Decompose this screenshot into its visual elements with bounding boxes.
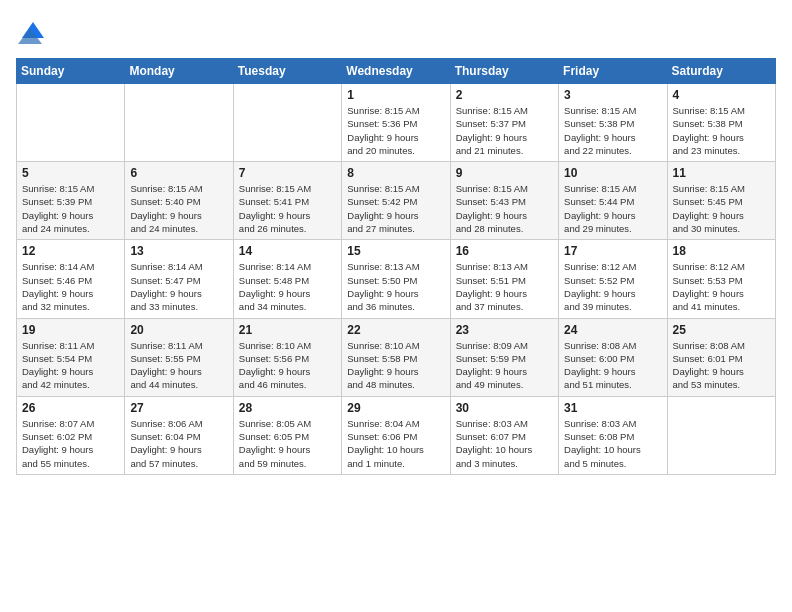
day-info: Sunrise: 8:11 AM Sunset: 5:54 PM Dayligh… (22, 339, 119, 392)
calendar-cell: 20Sunrise: 8:11 AM Sunset: 5:55 PM Dayli… (125, 318, 233, 396)
day-number: 16 (456, 244, 553, 258)
calendar-cell (233, 84, 341, 162)
day-info: Sunrise: 8:10 AM Sunset: 5:56 PM Dayligh… (239, 339, 336, 392)
calendar-cell: 13Sunrise: 8:14 AM Sunset: 5:47 PM Dayli… (125, 240, 233, 318)
day-number: 15 (347, 244, 444, 258)
day-info: Sunrise: 8:08 AM Sunset: 6:00 PM Dayligh… (564, 339, 661, 392)
calendar-cell: 22Sunrise: 8:10 AM Sunset: 5:58 PM Dayli… (342, 318, 450, 396)
calendar-cell: 7Sunrise: 8:15 AM Sunset: 5:41 PM Daylig… (233, 162, 341, 240)
weekday-header-wednesday: Wednesday (342, 59, 450, 84)
day-number: 30 (456, 401, 553, 415)
day-info: Sunrise: 8:13 AM Sunset: 5:50 PM Dayligh… (347, 260, 444, 313)
day-info: Sunrise: 8:15 AM Sunset: 5:44 PM Dayligh… (564, 182, 661, 235)
day-info: Sunrise: 8:15 AM Sunset: 5:40 PM Dayligh… (130, 182, 227, 235)
calendar-cell: 21Sunrise: 8:10 AM Sunset: 5:56 PM Dayli… (233, 318, 341, 396)
weekday-header-tuesday: Tuesday (233, 59, 341, 84)
day-number: 7 (239, 166, 336, 180)
day-number: 13 (130, 244, 227, 258)
week-row-4: 26Sunrise: 8:07 AM Sunset: 6:02 PM Dayli… (17, 396, 776, 474)
day-number: 8 (347, 166, 444, 180)
day-info: Sunrise: 8:15 AM Sunset: 5:36 PM Dayligh… (347, 104, 444, 157)
calendar-cell (17, 84, 125, 162)
day-info: Sunrise: 8:15 AM Sunset: 5:45 PM Dayligh… (673, 182, 770, 235)
day-number: 6 (130, 166, 227, 180)
day-info: Sunrise: 8:12 AM Sunset: 5:53 PM Dayligh… (673, 260, 770, 313)
day-number: 19 (22, 323, 119, 337)
day-info: Sunrise: 8:15 AM Sunset: 5:43 PM Dayligh… (456, 182, 553, 235)
day-info: Sunrise: 8:03 AM Sunset: 6:08 PM Dayligh… (564, 417, 661, 470)
page: SundayMondayTuesdayWednesdayThursdayFrid… (0, 0, 792, 612)
calendar-cell: 4Sunrise: 8:15 AM Sunset: 5:38 PM Daylig… (667, 84, 775, 162)
calendar-cell: 17Sunrise: 8:12 AM Sunset: 5:52 PM Dayli… (559, 240, 667, 318)
day-info: Sunrise: 8:09 AM Sunset: 5:59 PM Dayligh… (456, 339, 553, 392)
calendar-cell (667, 396, 775, 474)
day-number: 23 (456, 323, 553, 337)
calendar-cell: 30Sunrise: 8:03 AM Sunset: 6:07 PM Dayli… (450, 396, 558, 474)
calendar-cell: 24Sunrise: 8:08 AM Sunset: 6:00 PM Dayli… (559, 318, 667, 396)
weekday-header-thursday: Thursday (450, 59, 558, 84)
day-number: 21 (239, 323, 336, 337)
day-info: Sunrise: 8:14 AM Sunset: 5:48 PM Dayligh… (239, 260, 336, 313)
day-info: Sunrise: 8:15 AM Sunset: 5:37 PM Dayligh… (456, 104, 553, 157)
day-info: Sunrise: 8:15 AM Sunset: 5:41 PM Dayligh… (239, 182, 336, 235)
calendar-cell: 5Sunrise: 8:15 AM Sunset: 5:39 PM Daylig… (17, 162, 125, 240)
calendar-cell (125, 84, 233, 162)
day-number: 14 (239, 244, 336, 258)
day-info: Sunrise: 8:15 AM Sunset: 5:39 PM Dayligh… (22, 182, 119, 235)
calendar-cell: 9Sunrise: 8:15 AM Sunset: 5:43 PM Daylig… (450, 162, 558, 240)
day-info: Sunrise: 8:08 AM Sunset: 6:01 PM Dayligh… (673, 339, 770, 392)
weekday-header-row: SundayMondayTuesdayWednesdayThursdayFrid… (17, 59, 776, 84)
day-info: Sunrise: 8:15 AM Sunset: 5:38 PM Dayligh… (564, 104, 661, 157)
week-row-1: 5Sunrise: 8:15 AM Sunset: 5:39 PM Daylig… (17, 162, 776, 240)
calendar-cell: 23Sunrise: 8:09 AM Sunset: 5:59 PM Dayli… (450, 318, 558, 396)
day-number: 25 (673, 323, 770, 337)
calendar-cell: 8Sunrise: 8:15 AM Sunset: 5:42 PM Daylig… (342, 162, 450, 240)
day-number: 3 (564, 88, 661, 102)
week-row-3: 19Sunrise: 8:11 AM Sunset: 5:54 PM Dayli… (17, 318, 776, 396)
calendar-cell: 19Sunrise: 8:11 AM Sunset: 5:54 PM Dayli… (17, 318, 125, 396)
calendar-cell: 15Sunrise: 8:13 AM Sunset: 5:50 PM Dayli… (342, 240, 450, 318)
day-number: 4 (673, 88, 770, 102)
calendar-cell: 25Sunrise: 8:08 AM Sunset: 6:01 PM Dayli… (667, 318, 775, 396)
calendar-cell: 31Sunrise: 8:03 AM Sunset: 6:08 PM Dayli… (559, 396, 667, 474)
calendar-cell: 27Sunrise: 8:06 AM Sunset: 6:04 PM Dayli… (125, 396, 233, 474)
day-number: 10 (564, 166, 661, 180)
day-info: Sunrise: 8:14 AM Sunset: 5:47 PM Dayligh… (130, 260, 227, 313)
day-number: 24 (564, 323, 661, 337)
day-number: 26 (22, 401, 119, 415)
day-number: 2 (456, 88, 553, 102)
day-info: Sunrise: 8:12 AM Sunset: 5:52 PM Dayligh… (564, 260, 661, 313)
day-number: 20 (130, 323, 227, 337)
calendar-cell: 10Sunrise: 8:15 AM Sunset: 5:44 PM Dayli… (559, 162, 667, 240)
day-info: Sunrise: 8:15 AM Sunset: 5:42 PM Dayligh… (347, 182, 444, 235)
calendar-cell: 1Sunrise: 8:15 AM Sunset: 5:36 PM Daylig… (342, 84, 450, 162)
day-number: 22 (347, 323, 444, 337)
calendar-cell: 3Sunrise: 8:15 AM Sunset: 5:38 PM Daylig… (559, 84, 667, 162)
day-info: Sunrise: 8:07 AM Sunset: 6:02 PM Dayligh… (22, 417, 119, 470)
day-info: Sunrise: 8:06 AM Sunset: 6:04 PM Dayligh… (130, 417, 227, 470)
calendar-cell: 2Sunrise: 8:15 AM Sunset: 5:37 PM Daylig… (450, 84, 558, 162)
day-info: Sunrise: 8:03 AM Sunset: 6:07 PM Dayligh… (456, 417, 553, 470)
day-number: 1 (347, 88, 444, 102)
weekday-header-friday: Friday (559, 59, 667, 84)
calendar-table: SundayMondayTuesdayWednesdayThursdayFrid… (16, 58, 776, 475)
weekday-header-sunday: Sunday (17, 59, 125, 84)
calendar-cell: 29Sunrise: 8:04 AM Sunset: 6:06 PM Dayli… (342, 396, 450, 474)
calendar-cell: 12Sunrise: 8:14 AM Sunset: 5:46 PM Dayli… (17, 240, 125, 318)
day-info: Sunrise: 8:04 AM Sunset: 6:06 PM Dayligh… (347, 417, 444, 470)
calendar-cell: 11Sunrise: 8:15 AM Sunset: 5:45 PM Dayli… (667, 162, 775, 240)
day-number: 5 (22, 166, 119, 180)
day-number: 29 (347, 401, 444, 415)
calendar-cell: 18Sunrise: 8:12 AM Sunset: 5:53 PM Dayli… (667, 240, 775, 318)
day-info: Sunrise: 8:14 AM Sunset: 5:46 PM Dayligh… (22, 260, 119, 313)
calendar-cell: 6Sunrise: 8:15 AM Sunset: 5:40 PM Daylig… (125, 162, 233, 240)
week-row-0: 1Sunrise: 8:15 AM Sunset: 5:36 PM Daylig… (17, 84, 776, 162)
calendar-cell: 28Sunrise: 8:05 AM Sunset: 6:05 PM Dayli… (233, 396, 341, 474)
day-info: Sunrise: 8:05 AM Sunset: 6:05 PM Dayligh… (239, 417, 336, 470)
calendar-cell: 26Sunrise: 8:07 AM Sunset: 6:02 PM Dayli… (17, 396, 125, 474)
day-info: Sunrise: 8:11 AM Sunset: 5:55 PM Dayligh… (130, 339, 227, 392)
day-info: Sunrise: 8:13 AM Sunset: 5:51 PM Dayligh… (456, 260, 553, 313)
weekday-header-monday: Monday (125, 59, 233, 84)
logo-icon (18, 16, 48, 46)
day-info: Sunrise: 8:15 AM Sunset: 5:38 PM Dayligh… (673, 104, 770, 157)
